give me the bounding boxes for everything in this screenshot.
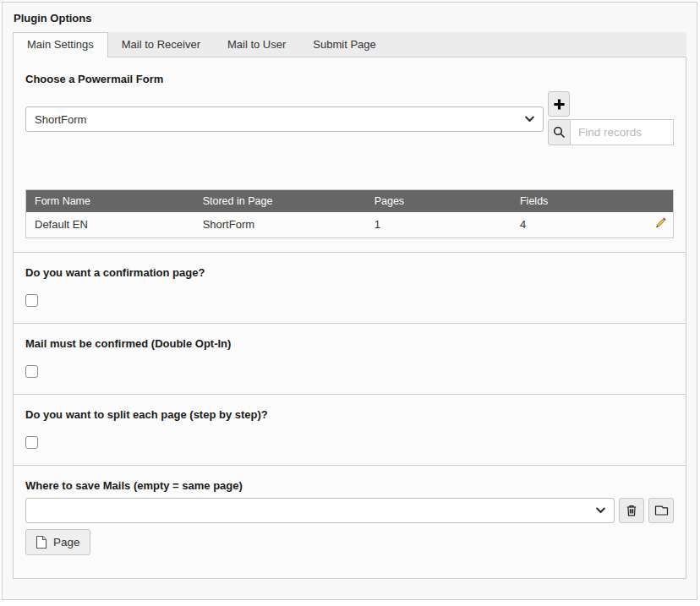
page-icon bbox=[36, 535, 47, 549]
folder-icon bbox=[654, 504, 669, 516]
col-header-form-name: Form Name bbox=[26, 190, 194, 212]
col-header-fields: Fields bbox=[511, 190, 641, 212]
tab-content-panel: Choose a Powermail Form ShortForm bbox=[13, 57, 686, 579]
browse-pages-button[interactable] bbox=[648, 498, 674, 523]
cell-pages: 1 bbox=[366, 212, 511, 238]
tab-submit-page[interactable]: Submit Page bbox=[299, 32, 389, 57]
search-button[interactable] bbox=[548, 119, 571, 145]
form-select-row: ShortForm bbox=[25, 99, 674, 145]
record-toolbox bbox=[548, 91, 674, 145]
clear-selection-button[interactable] bbox=[619, 498, 644, 523]
split-pages-section: Do you want to split each page (step by … bbox=[14, 394, 686, 465]
cell-form-name: Default EN bbox=[26, 212, 194, 238]
add-record-button[interactable] bbox=[548, 91, 570, 117]
double-opt-in-checkbox[interactable] bbox=[25, 365, 38, 378]
table-header-row: Form Name Stored in Page Pages Fields bbox=[26, 190, 674, 212]
save-mails-label: Where to save Mails (empty = same page) bbox=[25, 479, 674, 492]
split-pages-checkbox[interactable] bbox=[25, 436, 38, 449]
find-records-group bbox=[548, 119, 674, 145]
confirmation-page-checkbox[interactable] bbox=[25, 294, 38, 307]
trash-icon bbox=[625, 504, 638, 517]
edit-pencil-icon bbox=[654, 217, 666, 230]
page-button[interactable]: Page bbox=[25, 529, 90, 555]
cell-stored-in-page: ShortForm bbox=[194, 212, 366, 238]
confirmation-page-section: Do you want a confirmation page? bbox=[14, 252, 686, 323]
save-mails-select[interactable] bbox=[25, 498, 615, 523]
col-header-actions bbox=[641, 190, 673, 212]
choose-form-section: Choose a Powermail Form ShortForm bbox=[14, 57, 686, 252]
confirmation-page-label: Do you want a confirmation page? bbox=[25, 266, 674, 279]
tab-bar: Main Settings Mail to Receiver Mail to U… bbox=[13, 32, 686, 57]
find-records-input[interactable] bbox=[570, 119, 674, 145]
choose-form-label: Choose a Powermail Form bbox=[25, 73, 674, 85]
table-row: Default EN ShortForm 1 4 bbox=[26, 212, 674, 238]
page-button-label: Page bbox=[53, 536, 80, 549]
double-opt-in-label: Mail must be confirmed (Double Opt-In) bbox=[25, 337, 674, 350]
forms-table: Form Name Stored in Page Pages Fields De… bbox=[25, 189, 674, 238]
col-header-stored-in-page: Stored in Page bbox=[194, 190, 366, 212]
edit-record-button[interactable] bbox=[654, 217, 666, 230]
tab-mail-to-receiver[interactable]: Mail to Receiver bbox=[108, 32, 214, 57]
page-title: Plugin Options bbox=[14, 12, 686, 25]
save-mails-section: Where to save Mails (empty = same page) bbox=[14, 465, 686, 578]
powermail-form-select-value: ShortForm bbox=[35, 113, 86, 126]
chevron-down-icon bbox=[525, 116, 534, 123]
plugin-options-fieldset: Plugin Options Main Settings Mail to Rec… bbox=[2, 2, 697, 600]
cell-fields: 4 bbox=[511, 212, 641, 238]
split-pages-label: Do you want to split each page (step by … bbox=[25, 408, 674, 421]
plus-icon bbox=[553, 98, 566, 111]
col-header-pages: Pages bbox=[366, 190, 511, 212]
search-icon bbox=[553, 126, 566, 139]
tab-main-settings[interactable]: Main Settings bbox=[13, 32, 108, 57]
tab-mail-to-user[interactable]: Mail to User bbox=[214, 32, 299, 57]
save-mails-row bbox=[25, 498, 674, 523]
chevron-down-icon bbox=[596, 507, 605, 514]
powermail-form-select[interactable]: ShortForm bbox=[25, 106, 544, 132]
double-opt-in-section: Mail must be confirmed (Double Opt-In) bbox=[14, 323, 686, 394]
